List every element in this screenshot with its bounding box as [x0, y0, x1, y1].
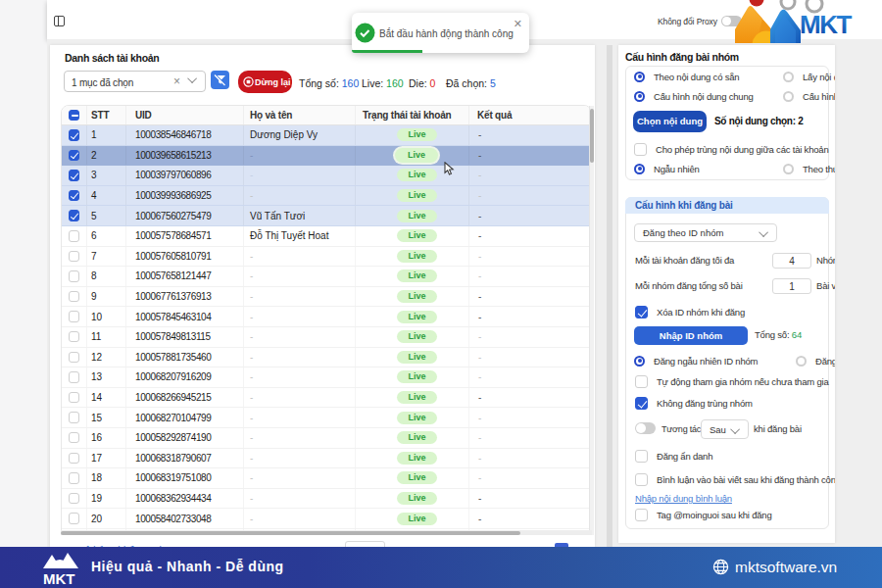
svg-text:MKT: MKT: [800, 10, 852, 39]
svg-text:MKT: MKT: [43, 570, 75, 587]
